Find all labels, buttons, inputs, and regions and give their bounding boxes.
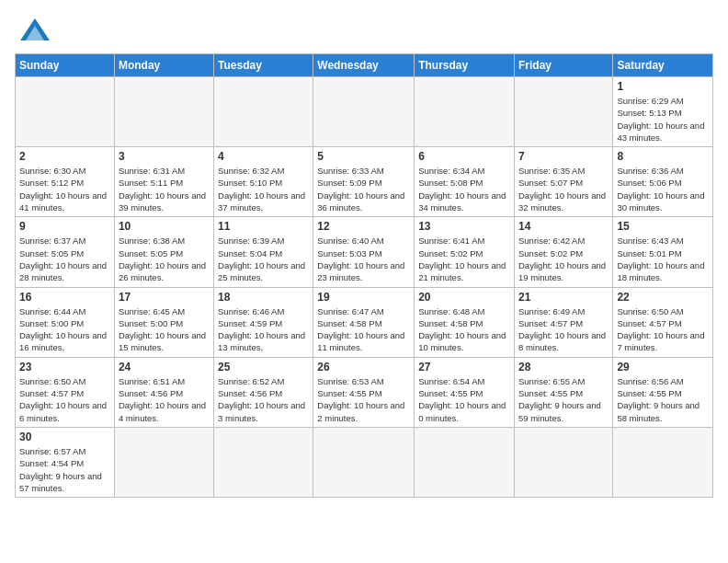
day-info: Sunrise: 6:31 AMSunset: 5:11 PMDaylight:… — [119, 165, 210, 213]
day-number: 30 — [19, 431, 110, 443]
day-number: 10 — [119, 220, 210, 233]
weekday-header-tuesday: Tuesday — [214, 54, 313, 77]
calendar-week-2: 2Sunrise: 6:30 AMSunset: 5:12 PMDaylight… — [16, 147, 713, 217]
calendar: SundayMondayTuesdayWednesdayThursdayFrid… — [15, 53, 713, 498]
day-number: 9 — [19, 220, 110, 233]
day-number: 13 — [418, 220, 510, 233]
day-info: Sunrise: 6:42 AMSunset: 5:02 PMDaylight:… — [518, 235, 609, 283]
day-number: 22 — [617, 291, 709, 304]
day-info: Sunrise: 6:47 AMSunset: 4:58 PMDaylight:… — [317, 305, 410, 354]
calendar-cell: 17Sunrise: 6:45 AMSunset: 5:00 PMDayligh… — [114, 287, 213, 357]
calendar-cell: 22Sunrise: 6:50 AMSunset: 4:57 PMDayligh… — [613, 287, 713, 357]
calendar-cell: 27Sunrise: 6:54 AMSunset: 4:55 PMDayligh… — [415, 357, 515, 427]
calendar-cell: 20Sunrise: 6:48 AMSunset: 4:58 PMDayligh… — [415, 287, 515, 357]
day-info: Sunrise: 6:50 AMSunset: 4:57 PMDaylight:… — [617, 305, 709, 354]
day-info: Sunrise: 6:53 AMSunset: 4:55 PMDaylight:… — [317, 375, 410, 424]
calendar-cell — [415, 77, 515, 147]
day-info: Sunrise: 6:32 AMSunset: 5:10 PMDaylight:… — [218, 165, 309, 213]
day-info: Sunrise: 6:40 AMSunset: 5:03 PMDaylight:… — [317, 235, 410, 283]
day-number: 5 — [317, 150, 410, 163]
calendar-cell: 12Sunrise: 6:40 AMSunset: 5:03 PMDayligh… — [313, 217, 415, 287]
calendar-cell — [514, 77, 612, 147]
calendar-cell — [114, 77, 213, 147]
day-number: 23 — [19, 361, 110, 373]
calendar-cell: 9Sunrise: 6:37 AMSunset: 5:05 PMDaylight… — [16, 217, 115, 287]
day-info: Sunrise: 6:35 AMSunset: 5:07 PMDaylight:… — [518, 165, 609, 213]
calendar-cell: 28Sunrise: 6:55 AMSunset: 4:55 PMDayligh… — [514, 357, 612, 427]
calendar-cell: 23Sunrise: 6:50 AMSunset: 4:57 PMDayligh… — [16, 357, 115, 427]
day-number: 8 — [617, 150, 709, 163]
calendar-cell — [313, 427, 415, 497]
weekday-header-wednesday: Wednesday — [313, 54, 415, 77]
calendar-cell: 6Sunrise: 6:34 AMSunset: 5:08 PMDaylight… — [415, 147, 515, 217]
day-info: Sunrise: 6:34 AMSunset: 5:08 PMDaylight:… — [418, 165, 510, 213]
day-number: 17 — [119, 291, 210, 304]
day-number: 25 — [218, 361, 309, 373]
day-number: 2 — [19, 150, 110, 163]
day-number: 18 — [218, 291, 309, 304]
calendar-cell: 11Sunrise: 6:39 AMSunset: 5:04 PMDayligh… — [214, 217, 313, 287]
day-number: 29 — [617, 361, 709, 373]
calendar-cell: 19Sunrise: 6:47 AMSunset: 4:58 PMDayligh… — [313, 287, 415, 357]
calendar-cell — [114, 427, 213, 497]
day-info: Sunrise: 6:56 AMSunset: 4:55 PMDaylight:… — [617, 375, 709, 424]
day-info: Sunrise: 6:43 AMSunset: 5:01 PMDaylight:… — [617, 235, 709, 283]
calendar-cell: 30Sunrise: 6:57 AMSunset: 4:54 PMDayligh… — [16, 427, 115, 497]
weekday-header-sunday: Sunday — [16, 54, 115, 77]
calendar-cell: 13Sunrise: 6:41 AMSunset: 5:02 PMDayligh… — [415, 217, 515, 287]
day-number: 4 — [218, 150, 309, 163]
day-number: 27 — [418, 361, 510, 373]
weekday-header-friday: Friday — [514, 54, 612, 77]
calendar-week-5: 23Sunrise: 6:50 AMSunset: 4:57 PMDayligh… — [16, 357, 713, 427]
day-number: 28 — [518, 361, 609, 373]
day-info: Sunrise: 6:39 AMSunset: 5:04 PMDaylight:… — [218, 235, 309, 283]
day-info: Sunrise: 6:46 AMSunset: 4:59 PMDaylight:… — [218, 305, 309, 354]
day-info: Sunrise: 6:48 AMSunset: 4:58 PMDaylight:… — [418, 305, 510, 354]
calendar-cell: 26Sunrise: 6:53 AMSunset: 4:55 PMDayligh… — [313, 357, 415, 427]
day-info: Sunrise: 6:30 AMSunset: 5:12 PMDaylight:… — [19, 165, 110, 213]
calendar-cell: 16Sunrise: 6:44 AMSunset: 5:00 PMDayligh… — [16, 287, 115, 357]
calendar-cell: 3Sunrise: 6:31 AMSunset: 5:11 PMDaylight… — [114, 147, 213, 217]
day-number: 12 — [317, 220, 410, 233]
calendar-cell: 18Sunrise: 6:46 AMSunset: 4:59 PMDayligh… — [214, 287, 313, 357]
day-info: Sunrise: 6:57 AMSunset: 4:54 PMDaylight:… — [19, 445, 110, 494]
weekday-header-monday: Monday — [114, 54, 213, 77]
day-info: Sunrise: 6:52 AMSunset: 4:56 PMDaylight:… — [218, 375, 309, 424]
logo-icon — [18, 15, 51, 48]
calendar-cell: 25Sunrise: 6:52 AMSunset: 4:56 PMDayligh… — [214, 357, 313, 427]
day-info: Sunrise: 6:55 AMSunset: 4:55 PMDaylight:… — [518, 375, 609, 424]
calendar-cell — [313, 77, 415, 147]
calendar-cell: 2Sunrise: 6:30 AMSunset: 5:12 PMDaylight… — [16, 147, 115, 217]
calendar-cell: 5Sunrise: 6:33 AMSunset: 5:09 PMDaylight… — [313, 147, 415, 217]
day-info: Sunrise: 6:33 AMSunset: 5:09 PMDaylight:… — [317, 165, 410, 213]
calendar-week-4: 16Sunrise: 6:44 AMSunset: 5:00 PMDayligh… — [16, 287, 713, 357]
day-number: 11 — [218, 220, 309, 233]
day-number: 3 — [119, 150, 210, 163]
calendar-cell: 7Sunrise: 6:35 AMSunset: 5:07 PMDaylight… — [514, 147, 612, 217]
day-number: 14 — [518, 220, 609, 233]
day-number: 7 — [518, 150, 609, 163]
day-info: Sunrise: 6:49 AMSunset: 4:57 PMDaylight:… — [518, 305, 609, 354]
day-info: Sunrise: 6:37 AMSunset: 5:05 PMDaylight:… — [19, 235, 110, 283]
calendar-cell: 14Sunrise: 6:42 AMSunset: 5:02 PMDayligh… — [514, 217, 612, 287]
day-number: 19 — [317, 291, 410, 304]
calendar-cell: 10Sunrise: 6:38 AMSunset: 5:05 PMDayligh… — [114, 217, 213, 287]
weekday-header-thursday: Thursday — [415, 54, 515, 77]
calendar-week-6: 30Sunrise: 6:57 AMSunset: 4:54 PMDayligh… — [16, 427, 713, 497]
day-info: Sunrise: 6:44 AMSunset: 5:00 PMDaylight:… — [19, 305, 110, 354]
calendar-cell: 24Sunrise: 6:51 AMSunset: 4:56 PMDayligh… — [114, 357, 213, 427]
day-info: Sunrise: 6:36 AMSunset: 5:06 PMDaylight:… — [617, 165, 709, 213]
calendar-cell: 15Sunrise: 6:43 AMSunset: 5:01 PMDayligh… — [613, 217, 713, 287]
day-number: 20 — [418, 291, 510, 304]
day-number: 16 — [19, 291, 110, 304]
logo — [15, 15, 51, 48]
calendar-week-3: 9Sunrise: 6:37 AMSunset: 5:05 PMDaylight… — [16, 217, 713, 287]
calendar-week-1: 1Sunrise: 6:29 AMSunset: 5:13 PMDaylight… — [16, 77, 713, 147]
header — [15, 15, 713, 48]
calendar-cell — [415, 427, 515, 497]
day-info: Sunrise: 6:51 AMSunset: 4:56 PMDaylight:… — [119, 375, 210, 424]
calendar-cell: 1Sunrise: 6:29 AMSunset: 5:13 PMDaylight… — [613, 77, 713, 147]
day-info: Sunrise: 6:29 AMSunset: 5:13 PMDaylight:… — [617, 95, 709, 144]
day-info: Sunrise: 6:50 AMSunset: 4:57 PMDaylight:… — [19, 375, 110, 424]
weekday-header-row: SundayMondayTuesdayWednesdayThursdayFrid… — [16, 54, 713, 77]
